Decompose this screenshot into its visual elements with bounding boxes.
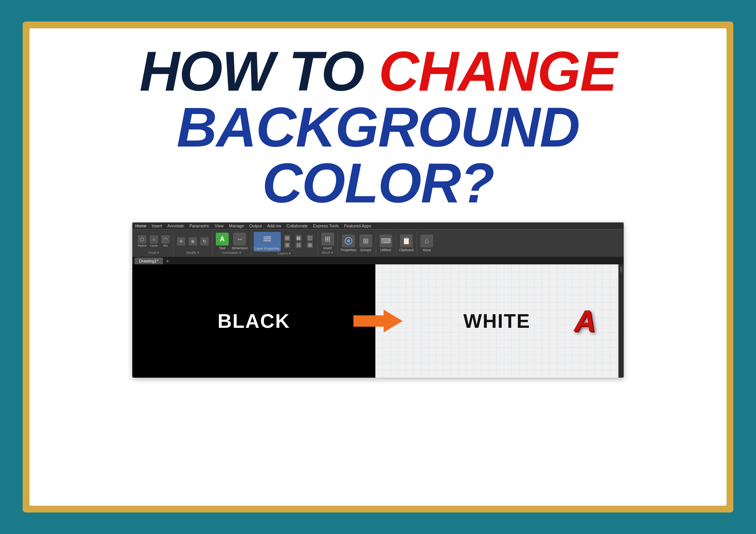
insert-icon: ⊞: [321, 233, 334, 245]
title-text-change: CHANGE: [379, 40, 617, 102]
arc-button[interactable]: ◠ Arc: [160, 235, 171, 247]
circle-button[interactable]: ○ Circle: [149, 235, 159, 247]
copy-icon: ⊕: [189, 237, 197, 245]
layers-mini-btn-5[interactable]: ⊟: [293, 242, 304, 248]
svg-point-7: [347, 239, 350, 242]
white-label: WHITE: [463, 310, 531, 332]
properties-label: Properties: [341, 248, 356, 252]
svg-point-4: [264, 238, 265, 239]
menu-parametric[interactable]: Parametric: [189, 224, 209, 228]
ribbon-group-properties: Properties ⊞ Groups: [338, 231, 376, 255]
insert-label: Insert: [323, 246, 332, 250]
ribbon-group-modify: ✛ ⊕ ↻ Modify ▾: [174, 231, 212, 255]
screenshot-container: Home Insert Annotate Parametric View Man…: [132, 222, 624, 378]
move-icon: ✛: [177, 237, 185, 245]
polyline-icon: ⬡: [138, 235, 146, 244]
circle-label: Circle: [150, 244, 158, 247]
clipboard-label: Clipboard: [399, 248, 414, 252]
layers-mini-btn-2[interactable]: ▦: [293, 235, 304, 241]
menu-addins[interactable]: Add-ins: [267, 224, 281, 228]
outer-border: HOW TO CHANGE BACKGROUND COLOR? Home Ins…: [23, 22, 733, 512]
layers-icon-6: ⊠: [307, 242, 313, 248]
clipboard-button[interactable]: 📋 Clipboard: [398, 234, 415, 253]
groups-label: Groups: [360, 248, 372, 252]
svg-marker-8: [353, 310, 403, 332]
svg-point-5: [264, 240, 265, 241]
menu-annotate[interactable]: Annotate: [167, 224, 184, 228]
title-line2: BACKGROUND: [177, 99, 579, 155]
layers-icon-3: ◫: [307, 235, 313, 241]
polyline-label: Plyline: [138, 244, 147, 247]
text-button[interactable]: A Text: [215, 232, 230, 251]
arc-label: Arc: [163, 244, 168, 247]
base-label: Base: [423, 248, 431, 252]
ribbon: ⬡ Plyline ○ Circle ◠ Arc Draw ▾: [132, 229, 624, 257]
layers-mini-btn-6[interactable]: ⊠: [305, 242, 315, 248]
ribbon-group-utilities: ⌨ Utilities: [376, 231, 396, 255]
annotation-buttons: A Text ↔ Dimension: [215, 232, 249, 251]
scrollbar-right[interactable]: TOP: [618, 264, 624, 378]
utilities-button[interactable]: ⌨ Utilities: [378, 234, 393, 253]
layer-properties-icon: [261, 233, 274, 246]
autocad-logo: A: [574, 304, 596, 338]
insert-button[interactable]: ⊞ Insert: [320, 232, 335, 251]
layer-properties-button[interactable]: Layer Properties: [254, 232, 281, 252]
circle-icon: ○: [150, 235, 158, 244]
layers-mini-btn-1[interactable]: ▤: [282, 235, 293, 241]
black-label: BLACK: [218, 310, 290, 332]
menu-output[interactable]: Output: [249, 224, 262, 228]
svg-point-3: [264, 236, 265, 238]
draw-group-label: Draw ▾: [137, 251, 171, 255]
layers-mini-btn-4[interactable]: ⊞: [282, 242, 293, 248]
block-group-label: Block ▾: [320, 251, 335, 255]
title-row1: HOW TO CHANGE: [139, 43, 617, 99]
title-line3: COLOR?: [262, 155, 494, 211]
menu-insert[interactable]: Insert: [152, 224, 162, 228]
text-icon: A: [216, 233, 229, 245]
title-text-how-to: HOW TO: [139, 40, 379, 102]
layers-icon-5: ⊟: [296, 242, 302, 248]
groups-button[interactable]: ⊞ Groups: [358, 234, 373, 253]
ribbon-group-draw: ⬡ Plyline ○ Circle ◠ Arc Draw ▾: [135, 231, 174, 255]
rotate-icon: ↻: [200, 237, 209, 245]
menu-featured[interactable]: Featured Apps: [344, 224, 371, 228]
menu-view[interactable]: View: [215, 224, 224, 228]
drawing-tab-1[interactable]: Drawing1*: [135, 258, 163, 264]
dimension-label: Dimension: [232, 246, 248, 250]
new-tab-button[interactable]: +: [164, 258, 171, 264]
drawing-area: BLACK WHITE A TOP: [132, 264, 624, 378]
inner-card: HOW TO CHANGE BACKGROUND COLOR? Home Ins…: [29, 28, 727, 506]
ribbon-group-layers: Layer Properties ▤ ▦ ◫ ⊞ ⊟ ⊠: [251, 231, 318, 255]
properties-button[interactable]: Properties: [340, 234, 357, 253]
annotation-group-label: Annotation ▾: [215, 251, 249, 255]
menu-collaborate[interactable]: Collaborate: [287, 224, 308, 228]
canvas-black: BLACK: [132, 264, 375, 378]
layers-icon-4: ⊞: [284, 242, 290, 248]
base-button[interactable]: ⌂ Base: [419, 234, 434, 253]
canvas-white: WHITE A: [375, 264, 618, 378]
layers-icon-1: ▤: [284, 235, 290, 241]
rotate-button[interactable]: ↻: [199, 237, 210, 246]
move-button[interactable]: ✛: [176, 237, 186, 246]
menu-express[interactable]: Express Tools: [313, 224, 339, 228]
menu-manage[interactable]: Manage: [229, 224, 244, 228]
scrollbar-top-label: TOP: [620, 267, 623, 273]
draw-buttons: ⬡ Plyline ○ Circle ◠ Arc: [137, 232, 171, 251]
ribbon-group-block: ⊞ Insert Block ▾: [318, 231, 338, 255]
dimension-button[interactable]: ↔ Dimension: [231, 232, 249, 251]
layers-mini-btn-3[interactable]: ◫: [305, 235, 315, 241]
title-line1: HOW TO CHANGE: [139, 43, 617, 99]
ribbon-group-base: ⌂ Base: [417, 231, 437, 255]
drawing-tabs: Drawing1* +: [132, 257, 624, 264]
copy-button[interactable]: ⊕: [187, 237, 198, 246]
polyline-button[interactable]: ⬡ Plyline: [137, 235, 147, 247]
autocad-logo-letter: A: [574, 304, 596, 338]
text-label: Text: [219, 246, 226, 250]
clipboard-buttons: 📋 Clipboard: [398, 232, 415, 255]
base-icon: ⌂: [420, 235, 433, 247]
modify-group-label: Modify ▾: [176, 251, 210, 255]
menu-bar: Home Insert Annotate Parametric View Man…: [132, 222, 624, 229]
modify-buttons: ✛ ⊕ ↻: [176, 232, 210, 251]
layer-properties-label: Layer Properties: [255, 247, 280, 250]
menu-home[interactable]: Home: [135, 224, 146, 228]
